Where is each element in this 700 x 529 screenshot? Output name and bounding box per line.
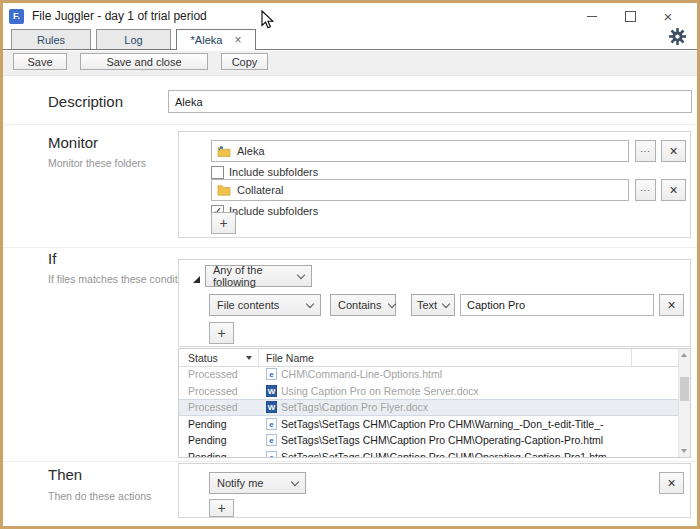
tab-aleka-label: *Aleka [191,34,223,46]
monitor-subheading: Monitor these folders [48,157,146,169]
tab-log-label: Log [124,34,142,46]
file-name-column-header[interactable]: File Name [259,349,632,366]
folder-path-text: Aleka [237,145,265,157]
monitor-heading: Monitor [48,134,98,151]
remove-folder-button[interactable]: × [661,140,686,162]
row-file-name: SetTags\SetTags CHM\Caption Pro CHM\Oper… [281,434,603,446]
maximize-button[interactable] [611,4,649,28]
table-row[interactable]: Pending eSetTags\SetTags CHM\Caption Pro… [179,449,678,459]
status-column-header[interactable]: Status [179,349,259,366]
table-row[interactable]: Processed WUsing Caption Pro on Remote S… [179,383,678,400]
condition-value-input[interactable] [460,294,654,316]
row-status: Processed [179,401,259,413]
chevron-down-icon [388,299,396,307]
action-value: Notify me [217,477,263,489]
then-subheading: Then do these actions [48,490,151,502]
scroll-down-icon[interactable] [681,449,687,453]
browse-folder-button[interactable]: ... [635,140,656,162]
condition-type-dropdown[interactable]: Text [411,294,455,316]
if-panel: Any of the following File contents Conta… [178,259,691,347]
if-subheading: If files matches these conditions [48,273,197,285]
close-button[interactable]: × [649,4,687,28]
settings-gear-icon[interactable] [669,28,686,45]
add-folder-button[interactable]: + [211,212,236,234]
remove-folder-button[interactable]: × [661,179,686,201]
subfolders-label: Include subfolders [229,205,318,217]
browse-folder-button[interactable]: ... [635,179,656,201]
html-file-icon: e [266,434,277,446]
monitor-panel: Aleka ... × Include subfolders Collatera… [178,131,691,238]
tab-aleka[interactable]: *Aleka × [176,29,256,50]
app-window: F. File Juggler - day 1 of trial period … [0,0,700,529]
table-row[interactable]: Pending eSetTags\SetTags CHM\Caption Pro… [179,416,678,433]
table-row[interactable]: Pending eSetTags\SetTags CHM\Caption Pro… [179,432,678,449]
html-file-icon: e [266,451,277,458]
match-mode-dropdown[interactable]: Any of the following [205,265,312,287]
minimize-icon [587,16,597,17]
row-file-name: SetTags\Caption Pro Flyer.docx [281,401,428,413]
row-status: Pending [179,418,259,430]
condition-type-value: Text [417,299,437,311]
table-row-selected[interactable]: Processed WSetTags\Caption Pro Flyer.doc… [179,399,678,416]
window-controls: × [573,4,687,28]
add-condition-button[interactable]: + [209,322,234,344]
then-panel: Notify me × + [178,463,691,518]
row-file-name: CHM\Command-Line-Options.html [281,368,442,380]
condition-field-value: File contents [217,299,279,311]
status-header-label: Status [188,352,218,364]
table-header: Status File Name [179,349,678,367]
scrollbar-thumb[interactable] [680,377,689,401]
chevron-down-icon [306,299,314,307]
condition-field-dropdown[interactable]: File contents [209,294,321,316]
html-file-icon: e [266,368,277,380]
subfolders-checkbox-unchecked[interactable] [211,166,224,179]
folder-path-field[interactable]: Collateral [211,179,629,201]
row-status: Processed [179,368,259,380]
row-file-name: SetTags\SetTags CHM\Caption Pro CHM\Warn… [281,418,604,430]
vertical-scrollbar[interactable] [678,349,690,457]
save-and-close-button[interactable]: Save and close [80,53,208,70]
description-input[interactable] [168,90,692,113]
tab-close-icon[interactable]: × [234,34,241,46]
save-button[interactable]: Save [13,53,67,70]
row-status: Processed [179,385,259,397]
section-divider [3,461,697,462]
minimize-button[interactable] [573,4,611,28]
file-name-header-label: File Name [266,352,314,364]
then-heading: Then [48,466,82,483]
shared-folder-icon [217,145,231,157]
scroll-up-icon[interactable] [681,353,687,357]
folder-icon [217,184,231,196]
subfolders-label: Include subfolders [229,166,318,178]
window-title: File Juggler - day 1 of trial period [32,9,207,23]
filter-dropdown-icon[interactable] [246,356,252,360]
tab-log[interactable]: Log [96,29,171,49]
expander-collapse-icon[interactable] [192,270,201,279]
tab-strip: Rules Log *Aleka × [3,29,697,50]
folder-path-text: Collateral [237,184,283,196]
row-file-name: SetTags\SetTags CHM\Caption Pro CHM\Oper… [281,451,607,458]
chevron-down-icon [442,299,450,307]
copy-button[interactable]: Copy [221,53,268,70]
chevron-down-icon [291,477,299,485]
if-heading: If [48,250,56,267]
remove-action-button[interactable]: × [659,472,684,494]
section-divider [3,124,697,125]
tab-rules[interactable]: Rules [11,29,91,49]
tab-rules-label: Rules [37,34,65,46]
remove-condition-button[interactable]: × [659,294,684,316]
folder-path-field[interactable]: Aleka [211,140,629,162]
action-dropdown[interactable]: Notify me [209,472,306,494]
word-file-icon: W [266,385,277,397]
toolbar: Save Save and close Copy [3,51,697,76]
row-status: Pending [179,434,259,446]
row-file-name: Using Caption Pro on Remote Server.docx [281,385,479,397]
row-status: Pending [179,451,259,458]
title-bar: F. File Juggler - day 1 of trial period … [3,3,697,29]
matched-files-table: Status File Name Processed eCHM\Command-… [178,348,691,458]
description-label: Description [48,93,123,110]
add-action-button[interactable]: + [209,499,234,517]
word-file-icon: W [266,401,277,413]
condition-operator-dropdown[interactable]: Contains [330,294,396,316]
table-row[interactable]: Processed eCHM\Command-Line-Options.html [179,366,678,383]
